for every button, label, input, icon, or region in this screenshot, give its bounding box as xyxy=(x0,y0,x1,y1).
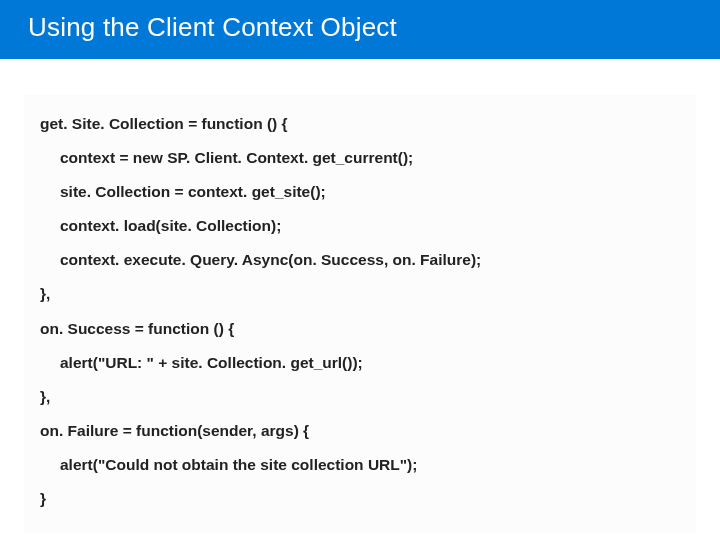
code-line: site. Collection = context. get_site(); xyxy=(40,175,680,209)
code-line: on. Success = function () { xyxy=(40,312,680,346)
code-line: alert("Could not obtain the site collect… xyxy=(40,448,680,482)
code-line: context. load(site. Collection); xyxy=(40,209,680,243)
slide-title-bar: Using the Client Context Object xyxy=(0,0,720,59)
code-line: context. execute. Query. Async(on. Succe… xyxy=(40,243,680,277)
code-line: }, xyxy=(40,277,680,311)
slide-title: Using the Client Context Object xyxy=(28,12,397,42)
code-line: alert("URL: " + site. Collection. get_ur… xyxy=(40,346,680,380)
code-line: context = new SP. Client. Context. get_c… xyxy=(40,141,680,175)
code-line: } xyxy=(40,482,680,516)
code-block: get. Site. Collection = function () { co… xyxy=(24,95,696,534)
code-line: on. Failure = function(sender, args) { xyxy=(40,414,680,448)
code-line: get. Site. Collection = function () { xyxy=(40,107,680,141)
code-line: }, xyxy=(40,380,680,414)
